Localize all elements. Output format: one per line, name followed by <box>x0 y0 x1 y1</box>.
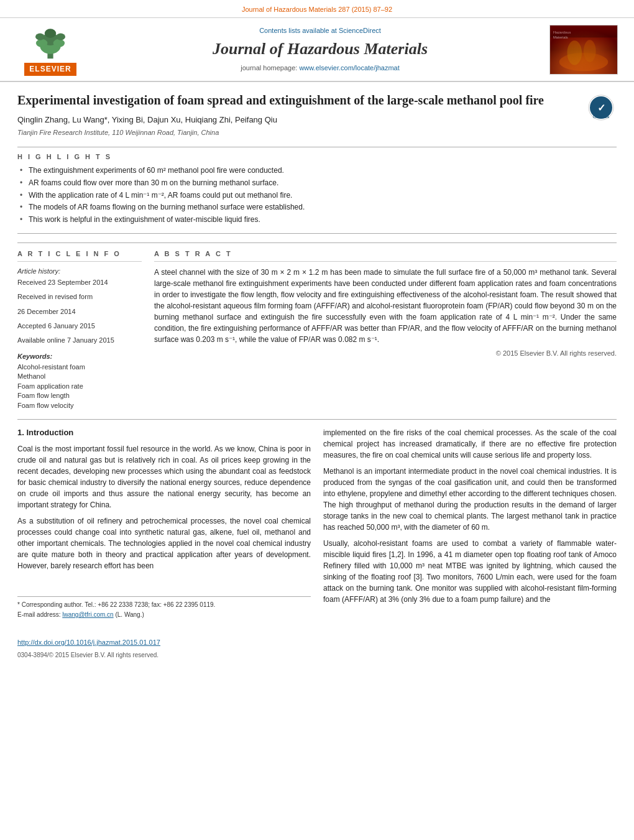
svg-point-5 <box>53 39 65 47</box>
crossmark[interactable]: ✓ CrossMark <box>586 92 617 123</box>
svg-rect-12 <box>550 25 617 37</box>
article-content: Experimental investigation of foam sprea… <box>0 82 634 630</box>
body-para2: As a substitution of oil refinery and pe… <box>17 515 311 571</box>
article-title-text: Experimental investigation of foam sprea… <box>17 93 544 107</box>
body-para1: Coal is the most important fossil fuel r… <box>17 443 311 510</box>
received-value: Received 23 September 2014 <box>17 278 142 287</box>
sciencedirect-text: Contents lists available at <box>259 27 337 34</box>
header-left: ELSEVIER <box>10 23 91 76</box>
page-wrapper: Journal of Hazardous Materials 287 (2015… <box>0 0 634 660</box>
highlight-item: AR foams could flow over more than 30 m … <box>20 178 617 188</box>
history-label: Article history: <box>17 267 142 276</box>
keyword-item: Methanol <box>17 372 142 381</box>
elsevier-label: ELSEVIER <box>24 63 76 76</box>
cover-art-icon: Hazardous Materials <box>550 25 617 75</box>
body-right-para1: implemented on the fire risks of the coa… <box>323 427 617 461</box>
abstract-title: A B S T R A C T <box>154 249 617 262</box>
svg-point-4 <box>36 39 47 47</box>
article-info-title: A R T I C L E I N F O <box>17 249 142 262</box>
keyword-item: Foam flow length <box>17 391 142 400</box>
top-header: Journal of Hazardous Materials 287 (2015… <box>0 0 634 18</box>
doi-link[interactable]: http://dx.doi.org/10.1016/j.jhazmat.2015… <box>17 638 617 647</box>
keywords-label: Keywords: <box>17 352 142 361</box>
section1-heading: 1. Introduction <box>17 427 311 438</box>
header-center: Contents lists available at ScienceDirec… <box>91 26 549 73</box>
body-right-para3: Usually, alcohol-resistant foams are use… <box>323 538 617 605</box>
svg-text:Materials: Materials <box>553 35 568 39</box>
highlight-item: This work is helpful in the extinguishme… <box>20 215 617 225</box>
email-link[interactable]: lwang@tfri.com.cn <box>62 611 113 618</box>
page-footer: http://dx.doi.org/10.1016/j.jhazmat.2015… <box>0 638 634 660</box>
svg-point-11 <box>584 40 596 62</box>
keyword-item: Foam flow velocity <box>17 401 142 410</box>
svg-point-6 <box>35 34 45 40</box>
highlight-item: The extinguishment experiments of 60 m² … <box>20 165 617 176</box>
header-right: Hazardous Materials <box>549 25 624 75</box>
sciencedirect-link[interactable]: ScienceDirect <box>339 27 381 34</box>
svg-text:Hazardous: Hazardous <box>553 30 571 34</box>
abstract-col: A B S T R A C T A steel channel with the… <box>154 249 617 410</box>
svg-point-9 <box>559 52 609 70</box>
footnote-email: E-mail address: lwang@tfri.com.cn (L. Wa… <box>17 611 311 619</box>
crossmark-icon: ✓ CrossMark <box>588 95 614 121</box>
highlight-item: The models of AR foams flowing on the bu… <box>20 202 617 213</box>
sciencedirect-line: Contents lists available at ScienceDirec… <box>91 26 549 35</box>
footnote-area: * Corresponding author. Tel.: +86 22 233… <box>17 596 311 619</box>
footer-rights: 0304-3894/© 2015 Elsevier B.V. All right… <box>17 652 158 658</box>
journal-cover-image: Hazardous Materials <box>549 25 618 75</box>
article-info-col: A R T I C L E I N F O Article history: R… <box>17 249 142 410</box>
revised-date: 26 December 2014 <box>17 307 142 316</box>
footnote-corresponding: * Corresponding author. Tel.: +86 22 233… <box>17 601 311 609</box>
affiliation: Tianjin Fire Research Institute, 110 Wei… <box>17 128 617 137</box>
email-label: E-mail address: <box>17 611 60 618</box>
elsevier-logo: ELSEVIER <box>10 23 91 76</box>
info-abstract-section: A R T I C L E I N F O Article history: R… <box>17 242 617 410</box>
journal-ref-top: Journal of Hazardous Materials 287 (2015… <box>242 6 392 13</box>
journal-homepage: journal homepage: www.elsevier.com/locat… <box>91 63 549 73</box>
abstract-text: A steel channel with the size of 30 m × … <box>154 267 617 345</box>
svg-point-10 <box>567 40 582 65</box>
homepage-label: journal homepage: <box>241 64 297 72</box>
svg-text:CrossMark: CrossMark <box>593 115 609 119</box>
keyword-item: Foam application rate <box>17 382 142 391</box>
keyword-item: Alcohol-resistant foam <box>17 362 142 372</box>
authors-text: Qinglin Zhang, Lu Wang*, Yixing Bi, Daju… <box>17 115 277 124</box>
svg-text:✓: ✓ <box>597 103 605 113</box>
highlights-title: H I G H L I G H T S <box>17 152 617 162</box>
article-title: Experimental investigation of foam sprea… <box>17 92 617 108</box>
body-right-col: implemented on the fire risks of the coa… <box>323 427 617 621</box>
body-content: 1. Introduction Coal is the most importa… <box>17 419 617 621</box>
elsevier-tree-icon <box>25 23 75 60</box>
revised-label: Received in revised form <box>17 292 142 302</box>
main-header: ELSEVIER Contents lists available at Sci… <box>0 18 634 82</box>
authors-line: Qinglin Zhang, Lu Wang*, Yixing Bi, Daju… <box>17 114 617 126</box>
available-value: Available online 7 January 2015 <box>17 336 142 345</box>
highlight-item: With the application rate of 4 L min⁻¹ m… <box>20 190 617 201</box>
svg-point-7 <box>56 34 65 40</box>
highlights-list: The extinguishment experiments of 60 m² … <box>17 165 617 225</box>
highlights-section: H I G H L I G H T S The extinguishment e… <box>17 147 617 234</box>
homepage-url[interactable]: www.elsevier.com/locate/jhazmat <box>299 64 399 72</box>
email-name: (L. Wang.) <box>115 611 144 618</box>
svg-point-3 <box>45 29 56 38</box>
svg-rect-8 <box>550 25 617 74</box>
body-right-para2: Methanol is an important intermediate pr… <box>323 466 617 533</box>
body-left-col: 1. Introduction Coal is the most importa… <box>17 427 311 621</box>
abstract-copyright: © 2015 Elsevier B.V. All rights reserved… <box>154 349 617 358</box>
journal-title: Journal of Hazardous Materials <box>91 38 549 60</box>
accepted-value: Accepted 6 January 2015 <box>17 321 142 331</box>
